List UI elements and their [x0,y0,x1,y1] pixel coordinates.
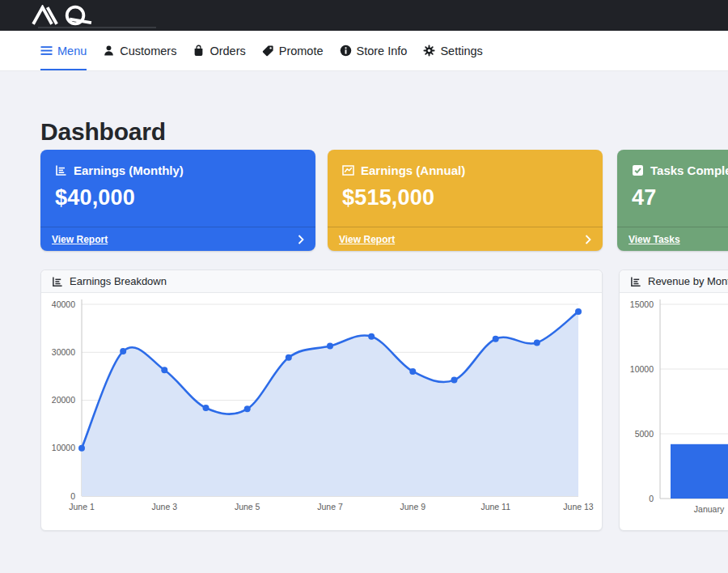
svg-text:June 5: June 5 [235,502,260,511]
info-icon [340,45,352,57]
svg-text:June 3: June 3 [152,502,178,511]
card-earnings-monthly: Earnings (Monthly) $40,000 View Report [40,150,315,251]
gear-icon [423,45,435,57]
person-icon [103,45,115,57]
svg-text:10000: 10000 [52,443,75,452]
svg-text:40000: 40000 [52,299,75,309]
view-report-link[interactable]: View Report [52,234,108,245]
card-title: Tasks Completed [650,163,728,177]
nav-item-menu[interactable]: Menu [40,31,87,70]
nav-item-label: Store Info [357,45,408,57]
tag-icon [262,45,274,57]
svg-text:June 1: June 1 [69,502,95,511]
nav-item-customers[interactable]: Customers [103,31,176,70]
card-head: Tasks Completed [617,150,728,177]
card-footer: View Report [40,227,315,251]
view-tasks-link[interactable]: View Tasks [629,234,680,245]
nav-item-label: Orders [210,45,245,57]
svg-text:June 7: June 7 [317,502,343,511]
svg-text:June 13: June 13 [563,502,594,511]
revenue-by-month-chart: 050001000015000January [620,293,728,530]
panel-body: 050001000015000January [620,293,728,530]
nav-item-orders[interactable]: Orders [193,31,245,70]
chart-bar-icon [55,164,67,176]
card-footer: View Report [328,227,603,251]
card-value: $40,000 [40,177,315,210]
nav-item-label: Settings [440,45,482,57]
panel-title: Earnings Breakdown [70,275,167,287]
card-value: 47 [617,177,728,210]
nav-item-settings[interactable]: Settings [423,31,482,70]
card-footer: View Tasks [617,227,728,251]
card-head: Earnings (Monthly) [40,150,315,177]
chevron-right-icon[interactable] [585,235,591,244]
svg-text:30000: 30000 [52,347,75,357]
earnings-breakdown-chart: 010000200003000040000June 1June 3June 5J… [41,293,602,530]
chart-bar-icon [52,276,63,287]
nav-item-label: Promote [279,45,324,57]
card-tasks-completed: Tasks Completed 47 View Tasks [617,150,728,251]
chart-line-icon [342,164,354,176]
panel-header: Earnings Breakdown [41,270,602,293]
main-nav: Menu Customers Orders Promote Store Info [0,31,728,71]
hamburger-icon [40,45,53,57]
svg-text:0: 0 [649,494,654,503]
card-title: Earnings (Annual) [361,163,465,177]
panel-header: Revenue by Month [620,270,728,293]
card-head: Earnings (Annual) [328,150,603,177]
chevron-right-icon[interactable] [298,235,304,244]
nav-item-label: Customers [120,45,176,57]
brand-logo[interactable] [31,5,99,26]
chart-bar-icon [630,276,641,287]
card-earnings-annual: Earnings (Annual) $515,000 View Report [328,150,603,251]
topbar [0,0,728,31]
svg-text:0: 0 [70,491,75,501]
nav-item-store-info[interactable]: Store Info [340,31,408,70]
panel-revenue-by-month: Revenue by Month 050001000015000January [619,270,728,531]
svg-text:20000: 20000 [52,395,75,405]
view-report-link[interactable]: View Report [339,234,395,245]
brand-underline [38,27,156,28]
nav-item-label: Menu [57,45,87,57]
panel-body: 010000200003000040000June 1June 3June 5J… [41,293,602,530]
page-title: Dashboard [40,118,166,146]
svg-text:January: January [694,504,725,514]
svg-text:June 9: June 9 [400,502,426,511]
svg-text:10000: 10000 [630,364,654,374]
bag-icon [193,45,205,57]
card-title: Earnings (Monthly) [74,163,184,177]
panel-earnings-breakdown: Earnings Breakdown 010000200003000040000… [40,270,603,531]
card-value: $515,000 [328,177,603,210]
nav-item-promote[interactable]: Promote [262,31,324,70]
svg-text:June 11: June 11 [480,502,510,511]
panel-title: Revenue by Month [648,275,728,287]
svg-text:5000: 5000 [635,429,654,439]
check-square-icon [632,164,644,176]
svg-text:15000: 15000 [630,299,654,309]
